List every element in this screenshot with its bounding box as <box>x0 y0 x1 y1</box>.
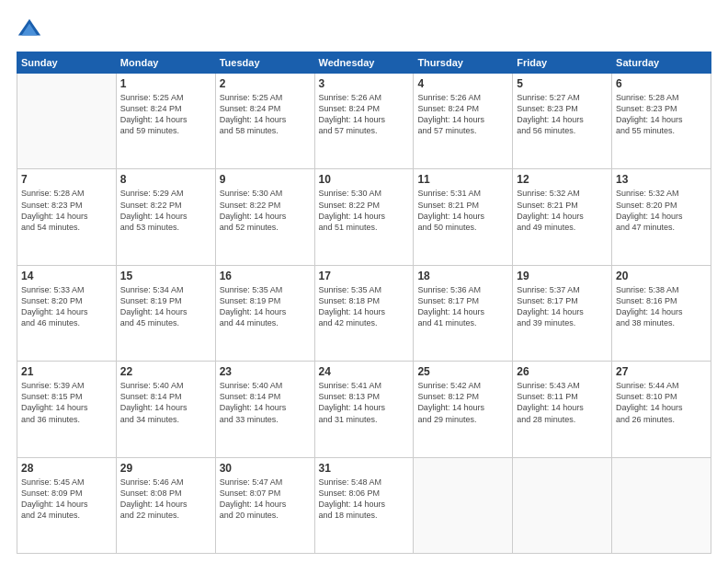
cell-info: Sunrise: 5:41 AM Sunset: 8:13 PM Dayligh… <box>319 380 410 425</box>
calendar-cell: 16Sunrise: 5:35 AM Sunset: 8:19 PM Dayli… <box>215 265 314 361</box>
day-number: 21 <box>21 365 112 378</box>
cell-info: Sunrise: 5:48 AM Sunset: 8:06 PM Dayligh… <box>319 477 410 522</box>
calendar-cell: 24Sunrise: 5:41 AM Sunset: 8:13 PM Dayli… <box>314 362 414 457</box>
day-number: 5 <box>517 77 608 90</box>
calendar-day-header: Saturday <box>612 52 711 74</box>
day-number: 6 <box>616 77 707 90</box>
calendar-cell: 4Sunrise: 5:26 AM Sunset: 8:24 PM Daylig… <box>414 74 513 169</box>
calendar-day-header: Thursday <box>414 52 513 74</box>
calendar-day-header: Monday <box>116 52 215 74</box>
day-number: 27 <box>616 365 707 378</box>
cell-info: Sunrise: 5:43 AM Sunset: 8:11 PM Dayligh… <box>517 380 608 425</box>
calendar-cell: 31Sunrise: 5:48 AM Sunset: 8:06 PM Dayli… <box>314 457 414 553</box>
day-number: 7 <box>21 173 112 186</box>
calendar-cell: 25Sunrise: 5:42 AM Sunset: 8:12 PM Dayli… <box>414 362 513 457</box>
calendar-cell: 14Sunrise: 5:33 AM Sunset: 8:20 PM Dayli… <box>17 265 117 361</box>
calendar-cell: 11Sunrise: 5:31 AM Sunset: 8:21 PM Dayli… <box>414 169 513 265</box>
day-number: 24 <box>319 365 410 378</box>
calendar-week-row: 7Sunrise: 5:28 AM Sunset: 8:23 PM Daylig… <box>17 169 711 265</box>
cell-info: Sunrise: 5:42 AM Sunset: 8:12 PM Dayligh… <box>417 380 508 425</box>
calendar-week-row: 21Sunrise: 5:39 AM Sunset: 8:15 PM Dayli… <box>17 362 711 457</box>
page: SundayMondayTuesdayWednesdayThursdayFrid… <box>0 0 728 563</box>
day-number: 31 <box>319 462 410 475</box>
calendar-cell: 27Sunrise: 5:44 AM Sunset: 8:10 PM Dayli… <box>612 362 711 457</box>
logo <box>17 17 44 42</box>
day-number: 22 <box>120 365 211 378</box>
day-number: 13 <box>616 173 707 186</box>
calendar-cell <box>513 457 612 553</box>
cell-info: Sunrise: 5:26 AM Sunset: 8:24 PM Dayligh… <box>417 92 508 137</box>
logo-icon <box>17 17 42 42</box>
cell-info: Sunrise: 5:25 AM Sunset: 8:24 PM Dayligh… <box>120 92 211 137</box>
day-number: 9 <box>220 173 311 186</box>
calendar-cell: 6Sunrise: 5:28 AM Sunset: 8:23 PM Daylig… <box>612 74 711 169</box>
calendar-header-row: SundayMondayTuesdayWednesdayThursdayFrid… <box>17 52 711 74</box>
cell-info: Sunrise: 5:28 AM Sunset: 8:23 PM Dayligh… <box>616 92 707 137</box>
calendar-day-header: Wednesday <box>314 52 414 74</box>
cell-info: Sunrise: 5:39 AM Sunset: 8:15 PM Dayligh… <box>21 380 112 425</box>
cell-info: Sunrise: 5:31 AM Sunset: 8:21 PM Dayligh… <box>417 188 508 233</box>
calendar-cell: 12Sunrise: 5:32 AM Sunset: 8:21 PM Dayli… <box>513 169 612 265</box>
calendar-cell: 19Sunrise: 5:37 AM Sunset: 8:17 PM Dayli… <box>513 265 612 361</box>
cell-info: Sunrise: 5:46 AM Sunset: 8:08 PM Dayligh… <box>120 477 211 522</box>
calendar-cell: 5Sunrise: 5:27 AM Sunset: 8:23 PM Daylig… <box>513 74 612 169</box>
calendar-week-row: 1Sunrise: 5:25 AM Sunset: 8:24 PM Daylig… <box>17 74 711 169</box>
cell-info: Sunrise: 5:29 AM Sunset: 8:22 PM Dayligh… <box>120 188 211 233</box>
calendar-cell: 23Sunrise: 5:40 AM Sunset: 8:14 PM Dayli… <box>215 362 314 457</box>
cell-info: Sunrise: 5:34 AM Sunset: 8:19 PM Dayligh… <box>120 284 211 329</box>
calendar-cell <box>612 457 711 553</box>
day-number: 3 <box>319 77 410 90</box>
calendar-day-header: Friday <box>513 52 612 74</box>
cell-info: Sunrise: 5:45 AM Sunset: 8:09 PM Dayligh… <box>21 477 112 522</box>
cell-info: Sunrise: 5:30 AM Sunset: 8:22 PM Dayligh… <box>220 188 311 233</box>
day-number: 20 <box>616 270 707 282</box>
calendar-cell: 7Sunrise: 5:28 AM Sunset: 8:23 PM Daylig… <box>17 169 117 265</box>
header <box>17 17 711 42</box>
day-number: 16 <box>220 270 311 282</box>
calendar-cell: 10Sunrise: 5:30 AM Sunset: 8:22 PM Dayli… <box>314 169 414 265</box>
calendar-cell: 30Sunrise: 5:47 AM Sunset: 8:07 PM Dayli… <box>215 457 314 553</box>
day-number: 14 <box>21 270 112 282</box>
calendar-cell: 29Sunrise: 5:46 AM Sunset: 8:08 PM Dayli… <box>116 457 215 553</box>
calendar-cell: 28Sunrise: 5:45 AM Sunset: 8:09 PM Dayli… <box>17 457 117 553</box>
calendar-cell: 20Sunrise: 5:38 AM Sunset: 8:16 PM Dayli… <box>612 265 711 361</box>
day-number: 26 <box>517 365 608 378</box>
calendar-cell: 13Sunrise: 5:32 AM Sunset: 8:20 PM Dayli… <box>612 169 711 265</box>
calendar-day-header: Sunday <box>17 52 117 74</box>
day-number: 12 <box>517 173 608 186</box>
day-number: 10 <box>319 173 410 186</box>
calendar-cell: 3Sunrise: 5:26 AM Sunset: 8:24 PM Daylig… <box>314 74 414 169</box>
cell-info: Sunrise: 5:40 AM Sunset: 8:14 PM Dayligh… <box>220 380 311 425</box>
cell-info: Sunrise: 5:30 AM Sunset: 8:22 PM Dayligh… <box>319 188 410 233</box>
cell-info: Sunrise: 5:36 AM Sunset: 8:17 PM Dayligh… <box>417 284 508 329</box>
cell-info: Sunrise: 5:32 AM Sunset: 8:21 PM Dayligh… <box>517 188 608 233</box>
day-number: 25 <box>417 365 508 378</box>
day-number: 28 <box>21 462 112 475</box>
cell-info: Sunrise: 5:35 AM Sunset: 8:18 PM Dayligh… <box>319 284 410 329</box>
calendar-cell: 2Sunrise: 5:25 AM Sunset: 8:24 PM Daylig… <box>215 74 314 169</box>
cell-info: Sunrise: 5:44 AM Sunset: 8:10 PM Dayligh… <box>616 380 707 425</box>
calendar-cell: 1Sunrise: 5:25 AM Sunset: 8:24 PM Daylig… <box>116 74 215 169</box>
cell-info: Sunrise: 5:32 AM Sunset: 8:20 PM Dayligh… <box>616 188 707 233</box>
calendar-cell: 15Sunrise: 5:34 AM Sunset: 8:19 PM Dayli… <box>116 265 215 361</box>
cell-info: Sunrise: 5:38 AM Sunset: 8:16 PM Dayligh… <box>616 284 707 329</box>
cell-info: Sunrise: 5:33 AM Sunset: 8:20 PM Dayligh… <box>21 284 112 329</box>
calendar-week-row: 28Sunrise: 5:45 AM Sunset: 8:09 PM Dayli… <box>17 457 711 553</box>
calendar-cell: 22Sunrise: 5:40 AM Sunset: 8:14 PM Dayli… <box>116 362 215 457</box>
day-number: 1 <box>120 77 211 90</box>
cell-info: Sunrise: 5:37 AM Sunset: 8:17 PM Dayligh… <box>517 284 608 329</box>
calendar-cell: 9Sunrise: 5:30 AM Sunset: 8:22 PM Daylig… <box>215 169 314 265</box>
cell-info: Sunrise: 5:40 AM Sunset: 8:14 PM Dayligh… <box>120 380 211 425</box>
day-number: 30 <box>220 462 311 475</box>
cell-info: Sunrise: 5:26 AM Sunset: 8:24 PM Dayligh… <box>319 92 410 137</box>
calendar-cell: 17Sunrise: 5:35 AM Sunset: 8:18 PM Dayli… <box>314 265 414 361</box>
calendar-cell: 21Sunrise: 5:39 AM Sunset: 8:15 PM Dayli… <box>17 362 117 457</box>
day-number: 17 <box>319 270 410 282</box>
day-number: 23 <box>220 365 311 378</box>
cell-info: Sunrise: 5:27 AM Sunset: 8:23 PM Dayligh… <box>517 92 608 137</box>
calendar-cell: 18Sunrise: 5:36 AM Sunset: 8:17 PM Dayli… <box>414 265 513 361</box>
calendar-cell: 8Sunrise: 5:29 AM Sunset: 8:22 PM Daylig… <box>116 169 215 265</box>
cell-info: Sunrise: 5:28 AM Sunset: 8:23 PM Dayligh… <box>21 188 112 233</box>
calendar-table: SundayMondayTuesdayWednesdayThursdayFrid… <box>17 52 711 554</box>
day-number: 18 <box>417 270 508 282</box>
